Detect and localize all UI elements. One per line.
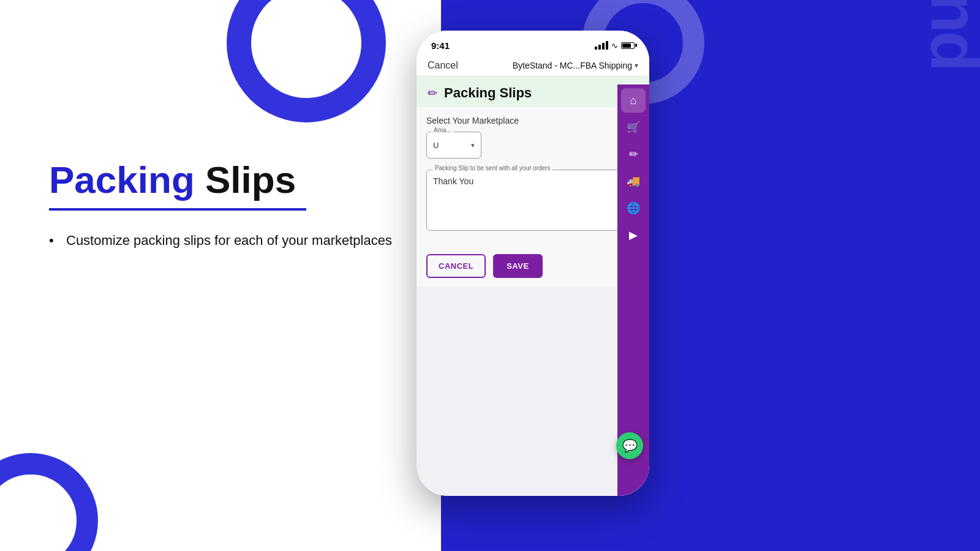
marketplace-field-label: Ama... — [431, 127, 454, 133]
sidebar-item-truck[interactable]: 🚚 — [621, 169, 646, 193]
save-button[interactable]: SAVE — [493, 254, 542, 278]
form-area: Select Your Marketplace Ama... U ▾ Packi… — [417, 107, 649, 287]
marketplace-section-label: Select Your Marketplace — [426, 116, 639, 126]
battery-icon — [621, 42, 635, 49]
page-header-title: Packing Slips — [444, 85, 532, 101]
page-header: ✏ Packing Slips — [417, 77, 649, 107]
status-time: 9:41 — [431, 40, 450, 51]
sidebar-item-cart[interactable]: 🛒 — [621, 115, 646, 140]
packing-slip-textarea[interactable] — [426, 170, 639, 231]
sidebar-item-play[interactable]: ▶ — [621, 223, 646, 247]
edit-icon: ✏ — [629, 148, 638, 161]
textarea-label: Packing Slip to be sent with all your or… — [432, 165, 552, 171]
page-title-left: Packing Slips — [49, 159, 392, 201]
cart-icon: 🛒 — [627, 121, 640, 134]
globe-icon: 🌐 — [627, 201, 640, 215]
phone-mockup: 9:41 ∿ Cancel ByteStand - MC...FBA Shipp… — [417, 31, 649, 496]
status-icons: ∿ — [595, 41, 635, 50]
play-icon: ▶ — [629, 228, 638, 242]
nav-title-text: ByteStand - MC...FBA Shipping — [513, 61, 632, 70]
marketplace-select-box[interactable]: U ▾ — [426, 132, 481, 159]
marketplace-select-value: U — [433, 141, 439, 150]
bytestand-watermark: ByteStand — [917, 0, 981, 70]
wifi-icon: ∿ — [611, 41, 618, 50]
bullet-item-1: Customize packing slips for each of your… — [49, 230, 392, 250]
sidebar-item-edit[interactable]: ✏ — [621, 142, 646, 167]
nav-bar: Cancel ByteStand - MC...FBA Shipping ▾ — [417, 55, 649, 77]
signal-bars-icon — [595, 41, 608, 50]
title-underline — [49, 208, 306, 211]
nav-cancel-button[interactable]: Cancel — [428, 60, 458, 71]
marketplace-select-wrapper: Ama... U ▾ — [426, 132, 481, 159]
chat-fab-icon: 💬 — [622, 438, 638, 453]
title-normal: Slips — [195, 159, 296, 201]
sidebar-item-globe[interactable]: 🌐 — [621, 196, 646, 220]
marketplace-dropdown-arrow-icon: ▾ — [471, 141, 475, 149]
truck-icon: 🚚 — [627, 174, 640, 188]
phone-outer: 9:41 ∿ Cancel ByteStand - MC...FBA Shipp… — [417, 31, 649, 496]
battery-fill — [622, 43, 631, 48]
title-highlight: Packing — [49, 159, 195, 201]
cancel-button[interactable]: CANCEL — [426, 254, 486, 278]
feature-list: Customize packing slips for each of your… — [49, 230, 392, 250]
char-count: 9 — [426, 237, 639, 244]
status-bar: 9:41 ∿ — [417, 31, 649, 55]
home-icon: ⌂ — [630, 94, 637, 107]
nav-dropdown-arrow-icon[interactable]: ▾ — [635, 61, 638, 70]
sidebar-item-home[interactable]: ⌂ — [621, 88, 646, 113]
nav-title: ByteStand - MC...FBA Shipping ▾ — [513, 61, 638, 70]
packing-slip-textarea-wrapper: Packing Slip to be sent with all your or… — [426, 170, 639, 233]
button-row: CANCEL SAVE — [426, 254, 639, 278]
chat-fab-button[interactable]: 💬 — [616, 432, 643, 459]
pencil-icon: ✏ — [428, 86, 438, 100]
left-content: Packing Slips Customize packing slips fo… — [49, 159, 392, 250]
